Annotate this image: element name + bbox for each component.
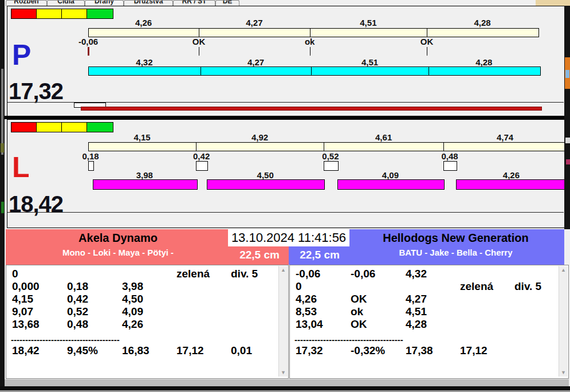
result-cell: 4,27 [406, 293, 427, 304]
desktop-icon-fragment [565, 70, 569, 78]
run-time-label: 4,26 [488, 170, 534, 179]
tab-bar: RozběhČidlaDráhyDružstvaRR / STDE [5, 0, 537, 6]
result-cell: 4,32 [406, 268, 427, 279]
run-time-label: 4,28 [461, 57, 507, 66]
team-name-right: Hellodogs New Generation [348, 232, 563, 245]
sensor-bar-divider [199, 29, 199, 37]
status-square [87, 122, 113, 132]
result-total-cell: 0,01 [231, 344, 252, 356]
gate-mark-label: OK [404, 37, 450, 45]
sensor-time-label: 4,92 [237, 132, 283, 141]
desktop-fleck [1, 143, 4, 152]
result-cell: 0 [12, 268, 18, 279]
gate-tick [310, 47, 310, 56]
scroll-down-icon[interactable]: ▼ [279, 370, 288, 375]
desktop-fleck [1, 202, 4, 213]
exchange-time-label: 0,18 [68, 151, 113, 160]
results-list-right[interactable]: -0,06-0,064,320zelenádiv. 54,26OK4,278,5… [289, 265, 569, 379]
exchange-time-label: 0,52 [308, 151, 353, 160]
status-square [36, 122, 63, 132]
sensor-time-label: 4,51 [345, 18, 391, 26]
exchange-box [324, 161, 339, 171]
sensor-bar-divider [443, 143, 444, 151]
lane-graph-l: 4,154,924,614,740,180,420,520,483,984,50… [7, 120, 565, 211]
scroll-up-icon[interactable]: ▲ [279, 267, 288, 273]
gate-mark-label: OK [176, 37, 222, 45]
result-cell: 4,50 [122, 293, 143, 304]
run-time-label: 4,27 [233, 57, 279, 66]
screen: RozběhČidlaDráhyDružstvaRR / STDE P 17,3… [0, 0, 570, 392]
result-total-cell: 17,38 [406, 344, 433, 356]
result-cell: 4,28 [406, 318, 427, 330]
gate-tick [88, 47, 89, 56]
sensor-time-label: 4,61 [361, 132, 407, 141]
run-bar-divider [429, 67, 429, 75]
result-cell: 4,09 [122, 305, 143, 317]
run-timestamp: 13.10.2024 11:41:56 [228, 229, 349, 246]
results-list-left[interactable]: 0zelenádiv. 50,0000,183,984,150,424,509,… [6, 265, 289, 379]
result-total-cell: 18,42 [12, 344, 40, 356]
window-bottom-border [0, 386, 570, 390]
result-total-cell: 17,32 [296, 344, 323, 356]
result-cell: -0,06 [296, 268, 320, 279]
desktop-corner [536, 0, 570, 6]
tab-label: Dráhy [85, 0, 123, 5]
result-cell: 4,26 [122, 318, 143, 330]
run-bar [88, 66, 541, 76]
sensor-time-label: 4,15 [119, 132, 165, 141]
scroll-down-icon[interactable]: ▼ [559, 370, 568, 375]
scrollbar-left[interactable]: ▲ ▼ [278, 266, 288, 377]
run-bar [337, 179, 445, 190]
status-square [61, 122, 88, 132]
status-square [61, 9, 88, 19]
tab-label: DE [216, 0, 239, 5]
sensor-bar-divider [310, 29, 310, 37]
result-cell: 0 [296, 280, 302, 292]
result-cell: 13,04 [296, 318, 323, 330]
lane-panel-p: P 17,32 4,264,274,514,28-0,06OKokOK4,324… [7, 6, 565, 117]
result-cell: 4,15 [12, 293, 33, 304]
scroll-up-icon[interactable]: ▲ [559, 267, 568, 273]
sensor-bar [88, 28, 539, 37]
result-cell: 8,53 [296, 305, 317, 317]
tab-label: RR / ST [174, 0, 215, 5]
exchange-box [443, 161, 457, 171]
sensor-bar-divider [427, 29, 427, 37]
result-total-cell: 9,45% [67, 344, 98, 356]
team-name-left: Akela Dynamo [6, 232, 230, 245]
result-cell: OK [351, 318, 367, 330]
results-list-left-body: 0zelenádiv. 50,0000,183,984,150,424,509,… [6, 265, 278, 377]
status-square [87, 9, 113, 19]
run-time-label: 4,32 [121, 57, 167, 66]
result-cell: 13,68 [12, 318, 40, 330]
result-cell: 0,52 [67, 305, 88, 317]
result-cell: 9,07 [12, 305, 33, 317]
desktop-fleck [1, 69, 3, 155]
status-square [11, 9, 38, 19]
run-time-label: 4,50 [242, 170, 288, 179]
desktop-icon-fragment [565, 138, 570, 143]
lane-panel-l: L 18,42 4,154,924,614,740,180,420,520,48… [7, 119, 565, 228]
run-bar [456, 179, 568, 190]
lane-graph-p: 4,264,274,514,28-0,06OKokOK4,324,274,514… [7, 6, 565, 101]
app-window: RozběhČidlaDráhyDružstvaRR / STDE P 17,3… [5, 0, 570, 392]
sensor-bar [88, 142, 568, 151]
team-members-right: BATU - Jake - Bella - Cherry [348, 248, 563, 257]
separator-line [7, 212, 564, 213]
team-members-left: Mono - Loki - Maya - Pötyi - [6, 248, 230, 257]
scrollbar-right[interactable]: ▲ ▼ [559, 266, 568, 377]
results-separator: -------------------------------------- [294, 335, 403, 344]
run-time-label: 4,51 [347, 57, 393, 66]
result-cell: 0,000 [12, 280, 40, 292]
result-cell: ok [351, 305, 363, 317]
run-bar [207, 179, 325, 190]
sensor-time-label: 4,27 [231, 18, 277, 26]
result-cell: OK [351, 293, 367, 304]
tab-label: Rozběh [6, 0, 46, 5]
result-total-cell: 16,83 [122, 344, 150, 356]
status-square [11, 122, 38, 132]
sensor-bar-divider [196, 143, 196, 151]
result-cell: zelená [460, 280, 493, 292]
run-bar-divider [311, 67, 312, 75]
exchange-box [88, 161, 94, 171]
